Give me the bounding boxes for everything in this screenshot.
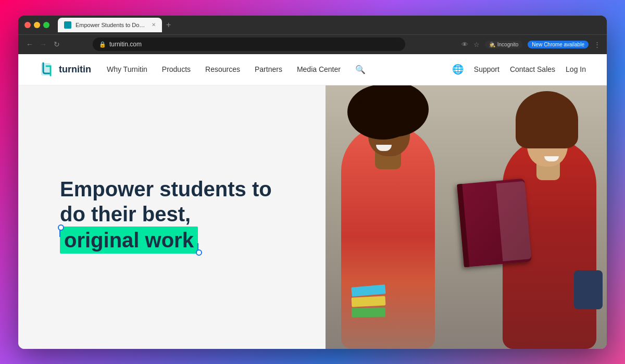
url-bar[interactable]: 🔒 turnitin.com [93,37,405,51]
cursor-handle-bottom [197,243,198,254]
nav-link-media-center[interactable]: Media Center [297,65,341,73]
page-content: turnitin Why Turnitin Products Resources… [18,54,607,349]
url-text: turnitin.com [109,41,142,48]
nav-links: Why Turnitin Products Resources Partners… [107,65,452,74]
lock-icon: 🔒 [99,41,106,48]
tab-title: Empower Students to Do Th... [76,22,145,28]
back-button[interactable]: ← [24,40,35,48]
book-green [352,307,385,317]
incognito-icon: 🕵 [489,42,495,47]
active-tab[interactable]: Empower Students to Do Th... ✕ [58,18,162,32]
book-spine [457,184,469,267]
maximize-dot[interactable] [43,22,49,28]
menu-icon[interactable]: ⋮ [594,41,601,48]
hero-line1: Empower students to [60,178,272,200]
nav-link-products[interactable]: Products [162,65,191,73]
nav-link-resources[interactable]: Resources [205,65,240,73]
tab-close-button[interactable]: ✕ [152,22,156,28]
forward-button[interactable]: → [38,40,48,48]
nav-link-support[interactable]: Support [474,65,499,73]
hero-image-container [326,85,607,349]
nav-buttons: ← → ↻ [24,40,62,48]
backpack [574,270,603,309]
logo[interactable]: turnitin [39,61,91,78]
nav-link-contact-sales[interactable]: Contact Sales [510,65,555,73]
book-teal [351,284,385,297]
new-tab-button[interactable]: + [164,20,173,30]
reload-button[interactable]: ↻ [52,40,62,48]
book-yellow [352,296,386,307]
globe-icon[interactable]: 🌐 [452,64,464,75]
hero-section: Empower students to do their best, origi… [18,85,607,349]
tab-bar: Empower Students to Do Th... ✕ + [58,18,601,32]
close-dot[interactable] [24,22,31,28]
bookmark-icon[interactable]: ☆ [473,41,480,48]
hero-highlight: original work [60,227,198,254]
hero-line2: do their best, [60,203,191,225]
cast-icon[interactable]: 👁 [461,41,468,48]
site-nav: turnitin Why Turnitin Products Resources… [18,54,607,85]
title-bar: Empower Students to Do Th... ✕ + [18,16,607,34]
student-left-hair [357,91,419,138]
hero-highlight-text: original work [64,229,194,252]
browser-window: Empower Students to Do Th... ✕ + ← → ↻ 🔒… [18,16,607,349]
browser-right-icons: 👁 ☆ 🕵 Incognito New Chrome available ⋮ [461,41,601,48]
incognito-label: Incognito [497,42,519,47]
hero-image [326,85,607,349]
minimize-dot[interactable] [34,22,40,28]
hero-left: Empower students to do their best, origi… [18,85,326,349]
address-bar: ← → ↻ 🔒 turnitin.com 👁 ☆ 🕵 Incognito New… [18,34,607,54]
nav-right: 🌐 Support Contact Sales Log In [452,64,586,75]
logo-icon [39,61,56,78]
nav-link-partners[interactable]: Partners [255,65,282,73]
tab-favicon [64,21,71,29]
search-icon[interactable]: 🔍 [355,65,366,74]
student-right-hair [516,91,578,148]
cursor-handle-top [59,227,60,237]
incognito-badge: 🕵 Incognito [485,41,523,48]
logo-text: turnitin [59,64,91,75]
chrome-update-badge[interactable]: New Chrome available [528,41,589,48]
open-book [457,178,531,267]
nav-link-login[interactable]: Log In [566,65,586,73]
hero-heading: Empower students to do their best, origi… [60,177,294,254]
students-scene [326,85,607,349]
nav-link-why-turnitin[interactable]: Why Turnitin [107,65,147,73]
traffic-lights [24,22,49,28]
books-stack [352,286,385,317]
